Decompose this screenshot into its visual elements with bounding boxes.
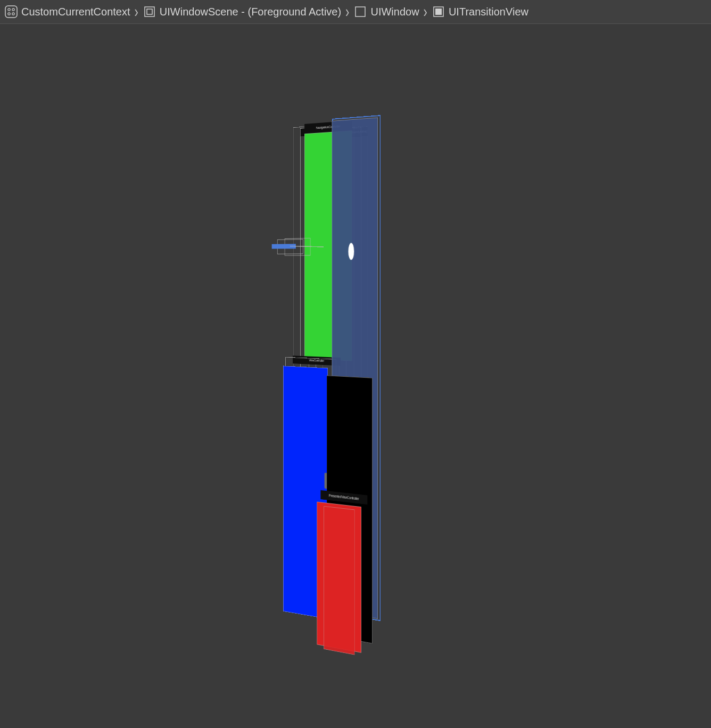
breadcrumb-label: UIWindowScene - (Foreground Active) [160, 6, 341, 18]
breadcrumb-item-app[interactable]: CustomCurrentContext [3, 5, 131, 19]
svg-point-3 [8, 13, 10, 15]
app-icon [4, 5, 18, 19]
chevron-right-icon: › [424, 4, 427, 20]
layer-red-front[interactable] [324, 506, 354, 655]
svg-rect-6 [147, 9, 152, 14]
svg-rect-5 [145, 7, 154, 16]
breadcrumb-item-window[interactable]: UIWindow [352, 5, 420, 19]
chevron-right-icon: › [135, 4, 138, 20]
breadcrumb-item-view[interactable]: UITransitionView [431, 5, 530, 19]
breadcrumb-label: CustomCurrentContext [21, 6, 130, 18]
breadcrumb-item-scene[interactable]: UIWindowScene - (Foreground Active) [142, 5, 342, 19]
svg-point-4 [12, 13, 14, 15]
view-icon [432, 5, 445, 19]
window-icon [353, 5, 367, 19]
chevron-right-icon: › [345, 4, 349, 20]
svg-rect-9 [435, 9, 442, 15]
breadcrumb-label: UITransitionView [449, 6, 528, 18]
breadcrumb: CustomCurrentContext › UIWindowScene - (… [0, 0, 711, 24]
svg-point-1 [8, 9, 10, 11]
svg-point-2 [12, 9, 14, 11]
svg-rect-7 [356, 7, 365, 16]
selection-indicator-icon [348, 243, 354, 260]
breadcrumb-label: UIWindow [370, 6, 419, 18]
svg-rect-0 [5, 6, 17, 18]
view-debugger-canvas[interactable]: UIWindowScene - (Foreground Active) UITr… [0, 23, 711, 728]
scene-icon [143, 5, 156, 19]
